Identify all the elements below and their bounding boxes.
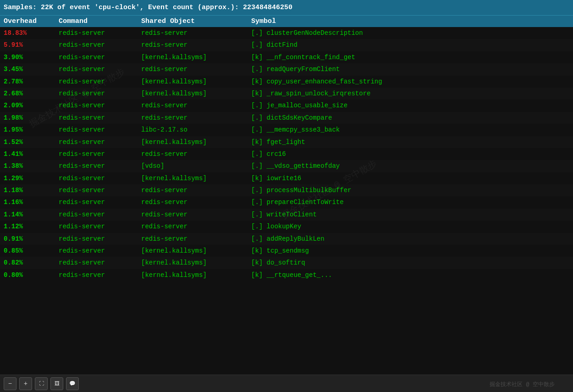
command-value: redis-server — [59, 125, 141, 135]
overhead-value: 3.90% — [4, 52, 59, 62]
table-row[interactable]: 1.29%redis-server[kernel.kallsyms][k] io… — [0, 172, 573, 184]
table-row[interactable]: 0.91%redis-serverredis-server[.] addRepl… — [0, 233, 573, 245]
command-value: redis-server — [59, 258, 141, 268]
table-row[interactable]: 2.78%redis-server[kernel.kallsyms][k] co… — [0, 76, 573, 88]
command-value: redis-server — [59, 149, 141, 159]
symbol-value: [k] fget_light — [251, 137, 569, 147]
shared-object-value: redis-server — [141, 40, 251, 50]
overhead-value: 18.83% — [4, 28, 59, 38]
symbol-value: [.] dictFind — [251, 40, 569, 50]
table-row[interactable]: 5.91%redis-serverredis-server[.] dictFin… — [0, 39, 573, 51]
shared-object-value: [vdso] — [141, 161, 251, 171]
shared-object-value: redis-server — [141, 185, 251, 195]
command-value: redis-server — [59, 100, 141, 110]
shared-object-value: redis-server — [141, 197, 251, 207]
table-row[interactable]: 1.12%redis-serverredis-server[.] lookupK… — [0, 221, 573, 232]
command-value: redis-server — [59, 173, 141, 183]
symbol-value: [k] copy_user_enhanced_fast_string — [251, 77, 569, 87]
command-value: redis-server — [59, 52, 141, 62]
symbol-value: [.] clusterGenNodeDescription — [251, 28, 569, 38]
symbol-value: [k] iowrite16 — [251, 173, 569, 183]
overhead-value: 1.16% — [4, 197, 59, 207]
command-value: redis-server — [59, 210, 141, 220]
command-value: redis-server — [59, 270, 141, 280]
table-row[interactable]: 18.83%redis-serverredis-server[.] cluste… — [0, 27, 573, 39]
shared-object-value: [kernel.kallsyms] — [141, 173, 251, 183]
table-row[interactable]: 0.82%redis-server[kernel.kallsyms][k] do… — [0, 257, 573, 269]
command-value: redis-server — [59, 185, 141, 195]
samples-header: Samples: 22K of event 'cpu-clock', Event… — [0, 0, 573, 15]
symbol-value: [.] je_malloc_usable_size — [251, 100, 569, 110]
symbol-value: [.] addReplyBulkLen — [251, 234, 569, 244]
command-value: redis-server — [59, 234, 141, 244]
shared-object-value: redis-server — [141, 113, 251, 123]
zoom-out-button[interactable]: − — [4, 377, 17, 390]
symbol-value: [k] __nf_conntrack_find_get — [251, 52, 569, 62]
shared-object-value: redis-server — [141, 28, 251, 38]
command-value: redis-server — [59, 40, 141, 50]
table-row[interactable]: 2.68%redis-server[kernel.kallsyms][k] _r… — [0, 88, 573, 99]
overhead-value: 1.98% — [4, 113, 59, 123]
table-row[interactable]: 2.09%redis-serverredis-server[.] je_mall… — [0, 99, 573, 111]
overhead-value: 1.14% — [4, 210, 59, 220]
table-row[interactable]: 1.18%redis-serverredis-server[.] process… — [0, 184, 573, 196]
symbol-value: [.] readQueryFromClient — [251, 64, 569, 74]
zoom-in-button[interactable]: + — [19, 377, 32, 390]
table-row[interactable]: 0.85%redis-server[kernel.kallsyms][k] tc… — [0, 245, 573, 257]
table-row[interactable]: 1.52%redis-server[kernel.kallsyms][k] fg… — [0, 136, 573, 148]
table-row[interactable]: 1.98%redis-serverredis-server[.] dictSds… — [0, 112, 573, 124]
data-table: 18.83%redis-serverredis-server[.] cluste… — [0, 27, 573, 281]
symbol-value: [k] tcp_sendmsg — [251, 246, 569, 256]
overhead-value: 1.38% — [4, 161, 59, 171]
overhead-value: 0.82% — [4, 258, 59, 268]
symbol-value: [.] crc16 — [251, 149, 569, 159]
perf-output: Samples: 22K of event 'cpu-clock', Event… — [0, 0, 573, 392]
zoom-out-icon: − — [8, 380, 12, 387]
overhead-col-header: Overhead — [4, 17, 59, 25]
symbol-value: [.] writeToClient — [251, 210, 569, 220]
overhead-value: 0.80% — [4, 270, 59, 280]
zoom-in-icon: + — [24, 380, 28, 387]
symbol-value: [.] dictSdsKeyCompare — [251, 113, 569, 123]
shared-object-value: redis-server — [141, 234, 251, 244]
overhead-value: 5.91% — [4, 40, 59, 50]
overhead-value: 1.95% — [4, 125, 59, 135]
overhead-value: 2.68% — [4, 88, 59, 99]
comment-icon: 💬 — [69, 381, 76, 386]
shared-object-value: [kernel.kallsyms] — [141, 270, 251, 280]
shared-object-value: [kernel.kallsyms] — [141, 246, 251, 256]
command-value: redis-server — [59, 77, 141, 87]
table-row[interactable]: 3.45%redis-serverredis-server[.] readQue… — [0, 63, 573, 75]
image-button[interactable]: 🖼 — [50, 377, 63, 390]
symbol-value: [.] processMultibulkBuffer — [251, 185, 569, 195]
command-col-header: Command — [59, 17, 141, 25]
table-row[interactable]: 1.38%redis-server[vdso][.] __vdso_gettim… — [0, 160, 573, 172]
overhead-value: 2.78% — [4, 77, 59, 87]
table-row[interactable]: 1.16%redis-serverredis-server[.] prepare… — [0, 196, 573, 208]
table-row[interactable]: 1.41%redis-serverredis-server[.] crc16 — [0, 148, 573, 160]
command-value: redis-server — [59, 113, 141, 123]
fullscreen-icon: ⛶ — [39, 381, 44, 386]
overhead-value: 0.85% — [4, 246, 59, 256]
table-row[interactable]: 1.95%redis-serverlibc-2.17.so[.] __memcp… — [0, 124, 573, 136]
overhead-value: 2.09% — [4, 100, 59, 110]
table-row[interactable]: 3.90%redis-server[kernel.kallsyms][k] __… — [0, 51, 573, 63]
symbol-value: [.] prepareClientToWrite — [251, 197, 569, 207]
command-value: redis-server — [59, 197, 141, 207]
shared-object-value: redis-server — [141, 210, 251, 220]
column-headers: Overhead Command Shared Object Symbol — [0, 15, 573, 27]
comment-button[interactable]: 💬 — [66, 377, 79, 390]
shared-object-value: redis-server — [141, 64, 251, 74]
command-value: redis-server — [59, 137, 141, 147]
table-row[interactable]: 1.14%redis-serverredis-server[.] writeTo… — [0, 209, 573, 221]
shared-col-header: Shared Object — [141, 17, 251, 25]
command-value: redis-server — [59, 64, 141, 74]
overhead-value: 1.18% — [4, 185, 59, 195]
overhead-value: 3.45% — [4, 64, 59, 74]
overhead-value: 0.91% — [4, 234, 59, 244]
table-row[interactable]: 0.80%redis-server[kernel.kallsyms][k] __… — [0, 269, 573, 281]
shared-object-value: [kernel.kallsyms] — [141, 77, 251, 87]
fullscreen-button[interactable]: ⛶ — [35, 377, 48, 390]
shared-object-value: redis-server — [141, 149, 251, 159]
symbol-value: [k] do_softirq — [251, 258, 569, 268]
